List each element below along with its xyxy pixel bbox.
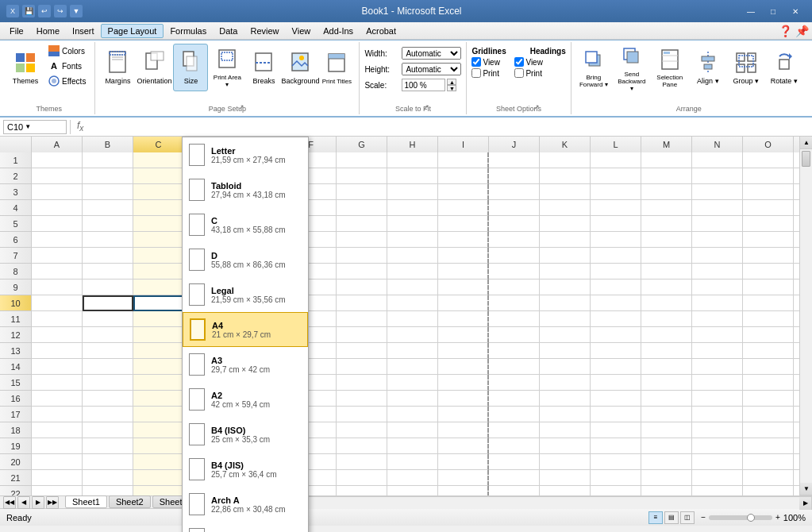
quick-access-4[interactable]: ▼ [70, 5, 83, 17]
cell-C13[interactable] [133, 343, 184, 359]
cell-I21[interactable] [438, 470, 489, 486]
col-header-n[interactable]: N [692, 137, 743, 152]
cell-G12[interactable] [337, 327, 387, 343]
scroll-thumb[interactable] [802, 151, 810, 167]
cell-C11[interactable] [133, 311, 184, 327]
col-header-j[interactable]: J [489, 137, 540, 152]
cell-G17[interactable] [337, 407, 387, 422]
cell-O6[interactable] [743, 232, 794, 248]
cell-P11[interactable] [794, 311, 799, 327]
size-item-tabloid[interactable]: Tabloid27,94 cm × 43,18 cm [183, 172, 308, 207]
cell-J18[interactable] [489, 422, 540, 438]
cell-B19[interactable] [83, 438, 133, 454]
cell-M9[interactable] [641, 279, 692, 295]
col-header-l[interactable]: L [591, 137, 641, 152]
cell-A8[interactable] [32, 264, 83, 279]
row-1[interactable]: 1 [0, 152, 32, 168]
cell-A22[interactable] [32, 486, 83, 495]
cell-G13[interactable] [337, 343, 387, 359]
cell-I14[interactable] [438, 359, 489, 375]
cell-G6[interactable] [337, 232, 387, 248]
cell-P8[interactable] [794, 264, 799, 279]
layout-view-button[interactable]: ▤ [664, 511, 679, 524]
cell-A15[interactable] [32, 375, 83, 391]
menu-insert[interactable]: Insert [66, 24, 101, 38]
cell-O17[interactable] [743, 407, 794, 422]
rotate-button[interactable]: Rotate ▾ [767, 44, 802, 91]
cell-J21[interactable] [489, 470, 540, 486]
cell-C9[interactable] [133, 279, 184, 295]
cell-B17[interactable] [83, 407, 133, 422]
cell-P18[interactable] [794, 422, 799, 438]
cell-H17[interactable] [387, 407, 438, 422]
cell-L17[interactable] [591, 407, 641, 422]
cell-A1[interactable] [32, 152, 83, 168]
cell-N11[interactable] [692, 311, 743, 327]
row-14[interactable]: 14 [0, 359, 32, 375]
cell-K5[interactable] [540, 216, 591, 232]
ribbon-pin[interactable]: 📌 [795, 25, 809, 37]
cell-C18[interactable] [133, 422, 184, 438]
cell-M3[interactable] [641, 184, 692, 200]
cell-I17[interactable] [438, 407, 489, 422]
row-7[interactable]: 7 [0, 248, 32, 264]
cell-N1[interactable] [692, 152, 743, 168]
cell-A6[interactable] [32, 232, 83, 248]
cell-K15[interactable] [540, 375, 591, 391]
cell-H10[interactable] [387, 295, 438, 311]
cell-M2[interactable] [641, 168, 692, 184]
headings-view-checkbox[interactable] [514, 57, 524, 67]
cell-G3[interactable] [337, 184, 387, 200]
cell-B2[interactable] [83, 168, 133, 184]
cell-P2[interactable] [794, 168, 799, 184]
cell-O1[interactable] [743, 152, 794, 168]
effects-button[interactable]: Effects [44, 74, 90, 88]
cell-M6[interactable] [641, 232, 692, 248]
row-13[interactable]: 13 [0, 343, 32, 359]
cell-J12[interactable] [489, 327, 540, 343]
maximize-button[interactable]: □ [763, 4, 783, 18]
sheet-next-button[interactable]: ▶ [32, 496, 44, 509]
page-setup-expand[interactable]: ↗ [238, 103, 244, 111]
cell-L5[interactable] [591, 216, 641, 232]
cell-B13[interactable] [83, 343, 133, 359]
cell-A10[interactable] [32, 295, 83, 311]
cell-G15[interactable] [337, 375, 387, 391]
ribbon-help[interactable]: ❓ [779, 25, 792, 37]
vertical-scrollbar[interactable]: ▲ ▼ [799, 137, 812, 495]
fonts-button[interactable]: A Fonts [44, 59, 90, 73]
cell-N13[interactable] [692, 343, 743, 359]
row-20[interactable]: 20 [0, 454, 32, 470]
cell-P10[interactable] [794, 295, 799, 311]
size-item-b4-(jis)[interactable]: B4 (JIS)25,7 cm × 36,4 cm [183, 452, 308, 487]
cell-N7[interactable] [692, 248, 743, 264]
row-15[interactable]: 15 [0, 375, 32, 391]
cell-A18[interactable] [32, 422, 83, 438]
menu-acrobat[interactable]: Acrobat [360, 24, 402, 38]
cell-K7[interactable] [540, 248, 591, 264]
cell-J9[interactable] [489, 279, 540, 295]
cell-N20[interactable] [692, 454, 743, 470]
cell-N16[interactable] [692, 391, 743, 407]
cell-K6[interactable] [540, 232, 591, 248]
sheet-tab-1[interactable]: Sheet1 [65, 495, 107, 508]
size-item-legal[interactable]: Legal21,59 cm × 35,56 cm [183, 277, 308, 312]
name-box-arrow[interactable]: ▼ [25, 123, 31, 130]
zoom-thumb[interactable] [747, 514, 755, 522]
gridlines-print-checkbox[interactable] [471, 68, 481, 78]
cell-M12[interactable] [641, 327, 692, 343]
breaks-button[interactable]: Breaks [246, 44, 281, 91]
cell-J8[interactable] [489, 264, 540, 279]
size-item-c[interactable]: C43,18 cm × 55,88 cm [183, 207, 308, 242]
cell-J16[interactable] [489, 391, 540, 407]
cell-M14[interactable] [641, 359, 692, 375]
width-select[interactable]: Automatic [402, 47, 461, 60]
cell-I5[interactable] [438, 216, 489, 232]
cell-K16[interactable] [540, 391, 591, 407]
cell-G5[interactable] [337, 216, 387, 232]
col-header-o[interactable]: O [743, 137, 794, 152]
cell-C21[interactable] [133, 470, 184, 486]
cell-H19[interactable] [387, 438, 438, 454]
cell-J6[interactable] [489, 232, 540, 248]
cell-M8[interactable] [641, 264, 692, 279]
